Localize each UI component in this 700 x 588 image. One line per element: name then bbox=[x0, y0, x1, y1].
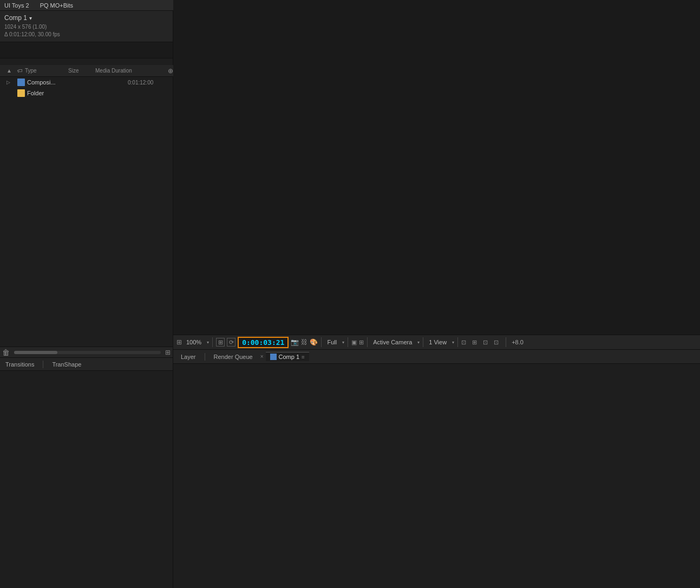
menu-item-2[interactable]: PQ MO+Bits bbox=[40, 2, 73, 9]
timeline-content: 📄 NEW ▼+ 📂 OPEN ▼- ✕ CLOSE 👁 SHOW bbox=[173, 364, 700, 588]
panel-options-icon[interactable]: ⊕ bbox=[168, 67, 173, 75]
comp-details: 1024 x 576 (1.00) Δ 0:01:12:00, 30.00 fp… bbox=[4, 23, 168, 38]
zoom-display[interactable]: 100% bbox=[184, 339, 204, 345]
comp-title-row: Comp 1 ▾ bbox=[4, 14, 168, 22]
comp-resolution: 1024 x 576 (1.00) bbox=[4, 23, 168, 31]
col-duration-header: Media Duration bbox=[93, 68, 136, 74]
viewer-toolbar: ⊞ 100% ▾ ⊞ ⟳ 0:00:03:21 📷 ⛓ 🎨 Full ▾ ▣ ⊞… bbox=[173, 335, 700, 350]
render-icon3[interactable]: ⊡ bbox=[483, 339, 492, 346]
toolbar-sep-4 bbox=[367, 337, 368, 347]
render-icon4[interactable]: ⊡ bbox=[494, 339, 502, 346]
project-item-composition[interactable]: ▷ Composi... 0:01:12:00 bbox=[0, 77, 173, 88]
tab-transhape[interactable]: TranShape bbox=[50, 360, 83, 369]
col-sort[interactable]: ▲ bbox=[4, 68, 15, 74]
panel-menu-icon[interactable]: ⊞ bbox=[165, 349, 171, 356]
col-label-icon: 🏷 bbox=[15, 68, 23, 74]
plus-value[interactable]: +8.0 bbox=[509, 339, 526, 345]
project-items-list: ▷ Composi... 0:01:12:00 Folder bbox=[0, 77, 173, 99]
project-item-folder[interactable]: Folder bbox=[0, 88, 173, 99]
comp-name[interactable]: Comp 1 bbox=[4, 14, 27, 22]
tab-sep bbox=[205, 353, 205, 361]
comp-header: Comp 1 ▾ 1024 x 576 (1.00) Δ 0:01:12:00,… bbox=[0, 11, 173, 42]
tab-render-queue[interactable]: Render Queue bbox=[210, 352, 257, 361]
item2-name: Folder bbox=[27, 90, 171, 96]
viewport-canvas[interactable] bbox=[173, 11, 700, 345]
comp1-tab-menu[interactable]: ≡ bbox=[302, 354, 305, 360]
tab-separator bbox=[43, 361, 43, 368]
effects-panel: Transitions TranShape bbox=[0, 357, 173, 588]
folder-icon bbox=[17, 89, 25, 97]
top-menu-bar: UI Toys 2 PQ MO+Bits bbox=[0, 0, 173, 11]
active-camera-dropdown[interactable]: ▾ bbox=[417, 340, 420, 345]
item1-expand[interactable]: ▷ bbox=[6, 80, 17, 85]
project-panel: Comp 1 ▾ 1024 x 576 (1.00) Δ 0:01:12:00,… bbox=[0, 11, 173, 357]
tab-layer[interactable]: Layer bbox=[176, 352, 200, 361]
camera-icon[interactable]: 📷 bbox=[291, 338, 299, 346]
view-count-label[interactable]: 1 View bbox=[427, 339, 449, 345]
timeline-area: Layer Render Queue × Comp 1 ≡ 📄 NEW ▼+ 📂… bbox=[173, 350, 700, 588]
tab-comp1[interactable]: Comp 1 ≡ bbox=[266, 352, 309, 361]
expand-btn[interactable]: ⊞ bbox=[359, 339, 364, 346]
viewer-timecode[interactable]: 0:00:03:21 bbox=[238, 337, 289, 348]
item1-duration: 0:01:12:00 bbox=[128, 80, 171, 86]
render-queue-close[interactable]: × bbox=[260, 354, 264, 360]
toolbar-sep-2 bbox=[321, 337, 322, 347]
quality-dropdown[interactable]: ▾ bbox=[342, 340, 344, 345]
comp1-tab-icon bbox=[270, 354, 277, 360]
render-icon1[interactable]: ⊡ bbox=[461, 339, 470, 346]
toolbar-sep-3 bbox=[348, 337, 348, 347]
toolbar-sep-7 bbox=[506, 337, 506, 347]
project-table-header: ▲ 🏷 Type Size Media Duration ⊕ bbox=[0, 65, 173, 77]
comp-dropdown-icon[interactable]: ▾ bbox=[29, 15, 32, 21]
tab-transitions[interactable]: Transitions bbox=[3, 360, 36, 369]
quality-display[interactable]: Full bbox=[325, 339, 339, 345]
view-mode-btn[interactable]: ▣ bbox=[351, 339, 357, 346]
toolbar-sep-5 bbox=[423, 337, 423, 347]
trash-icon[interactable]: 🗑 bbox=[2, 348, 10, 357]
item1-name: Composi... bbox=[27, 79, 57, 86]
link-icon[interactable]: ⛓ bbox=[301, 338, 308, 346]
col-type-header: Type bbox=[23, 68, 66, 74]
effects-tab-bar: Transitions TranShape bbox=[0, 358, 173, 371]
timeline-tabs-bar: Layer Render Queue × Comp 1 ≡ bbox=[173, 350, 700, 364]
col-size-header: Size bbox=[66, 68, 93, 74]
render-icon2[interactable]: ⊞ bbox=[472, 339, 481, 346]
view-count-dropdown[interactable]: ▾ bbox=[452, 340, 454, 345]
view-mode-icon1[interactable]: ⊞ bbox=[216, 338, 225, 347]
menu-item-1[interactable]: UI Toys 2 bbox=[4, 2, 29, 9]
view-mode-icon2[interactable]: ⟳ bbox=[227, 338, 235, 347]
horizontal-scrollbar[interactable] bbox=[14, 351, 161, 354]
comp-duration: Δ 0:01:12:00, 30.00 fps bbox=[4, 31, 168, 38]
project-panel-bottom: 🗑 ⊞ bbox=[0, 347, 173, 357]
toolbar-sep-6 bbox=[457, 337, 458, 347]
main-viewport bbox=[173, 11, 700, 345]
comp1-tab-label: Comp 1 bbox=[279, 354, 300, 360]
viewer-type-icon[interactable]: ⊞ bbox=[176, 338, 182, 346]
active-camera-label[interactable]: Active Camera bbox=[371, 339, 414, 345]
zoom-dropdown[interactable]: ▾ bbox=[207, 340, 209, 345]
waveform-preview bbox=[0, 42, 173, 58]
color-icon[interactable]: 🎨 bbox=[310, 338, 318, 346]
toolbar-sep-1 bbox=[212, 337, 213, 347]
composition-icon bbox=[17, 79, 25, 86]
